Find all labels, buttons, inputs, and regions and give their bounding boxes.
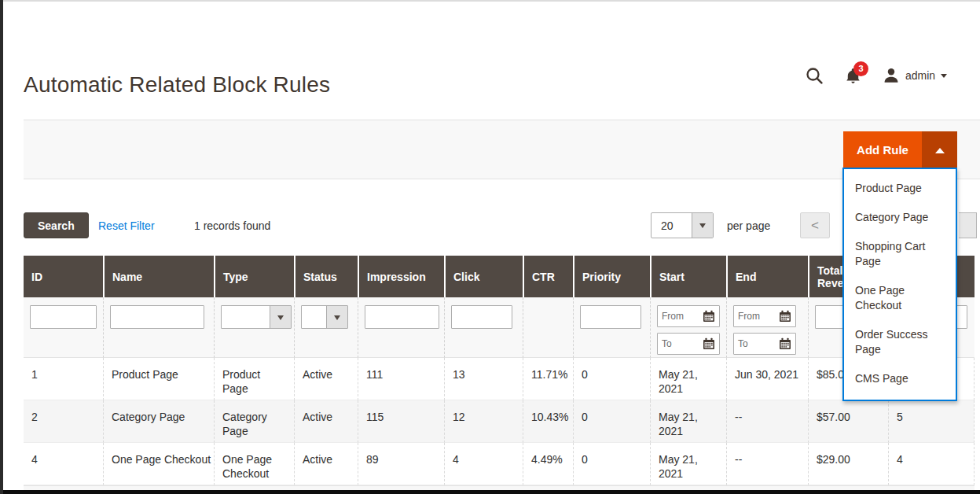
- filter-impression-input[interactable]: [365, 305, 439, 329]
- cell-type: One Page Checkout: [214, 443, 294, 485]
- cell-click: 4: [444, 443, 523, 485]
- col-header-status[interactable]: Status: [294, 256, 358, 297]
- table-row[interactable]: 4 One Page Checkout One Page Checkout Ac…: [24, 443, 974, 485]
- page-actions-toolbar: [24, 120, 980, 179]
- calendar-icon: [779, 310, 791, 323]
- filter-id-input[interactable]: [30, 305, 97, 329]
- menu-item-cms-page[interactable]: CMS Page: [844, 364, 956, 393]
- grid-header-row: ID Name Type Status Impression Click CTR…: [24, 256, 974, 297]
- cell-impression: 115: [358, 400, 444, 443]
- cell-status: Active: [294, 443, 358, 485]
- cell-impression: 111: [358, 358, 444, 400]
- header-actions: 3 admin: [805, 63, 962, 88]
- add-rule-split-button: Add Rule: [843, 131, 957, 168]
- previous-page-button[interactable]: <: [800, 212, 830, 238]
- cell-name: Category Page: [103, 400, 214, 443]
- chevron-down-icon: [699, 223, 706, 231]
- cell-start: May 21, 2021: [650, 358, 726, 400]
- chevron-up-icon: [935, 143, 945, 153]
- cell-end: --: [726, 400, 808, 443]
- cell-impression: 89: [358, 443, 444, 485]
- calendar-icon: [703, 310, 715, 323]
- cell-total-revenue: $57.00: [808, 400, 888, 443]
- col-header-priority[interactable]: Priority: [573, 256, 650, 297]
- cell-priority: 0: [573, 358, 650, 400]
- col-header-type[interactable]: Type: [214, 256, 294, 297]
- filter-click-input[interactable]: [451, 305, 512, 329]
- menu-item-one-page-checkout[interactable]: One Page Checkout: [844, 276, 956, 320]
- per-page-select[interactable]: 20: [651, 212, 714, 238]
- rules-grid: ID Name Type Status Impression Click CTR…: [24, 256, 974, 485]
- cell-status: Active: [294, 400, 358, 443]
- filter-ctr-empty: [523, 297, 573, 358]
- menu-item-product-page[interactable]: Product Page: [844, 174, 956, 203]
- page-title: Automatic Related Block Rules: [24, 72, 330, 98]
- cell-id: 2: [24, 400, 103, 443]
- cell-status: Active: [294, 358, 358, 400]
- filter-status-select[interactable]: [301, 305, 348, 329]
- grid-filter-row: From To From: [24, 297, 974, 358]
- window-top-edge: [0, 0, 980, 2]
- window-left-edge: [0, 0, 3, 494]
- next-page-button-partial[interactable]: [959, 212, 977, 238]
- cell-total-revenue: $29.00: [808, 443, 888, 485]
- cell-type: Product Page: [214, 358, 294, 400]
- col-header-impression[interactable]: Impression: [358, 256, 444, 297]
- notification-count-badge: 3: [853, 61, 868, 76]
- add-rule-dropdown-menu: Product Page Category Page Shopping Cart…: [842, 168, 957, 401]
- select-arrow-button[interactable]: [692, 213, 713, 238]
- cell-priority: 0: [573, 443, 650, 485]
- filter-start-to-datepicker[interactable]: To: [657, 333, 720, 355]
- menu-item-order-success-page[interactable]: Order Success Page: [844, 320, 956, 364]
- table-row[interactable]: 1 Product Page Product Page Active 111 1…: [24, 358, 974, 400]
- col-header-ctr[interactable]: CTR: [523, 256, 573, 297]
- table-row[interactable]: 2 Category Page Category Page Active 115…: [24, 400, 974, 443]
- notifications-bell-icon[interactable]: 3: [844, 67, 862, 85]
- window-bottom-edge: [0, 490, 980, 494]
- filter-end-to-datepicker[interactable]: To: [733, 333, 796, 355]
- add-rule-toggle-button[interactable]: [922, 131, 957, 168]
- search-button[interactable]: Search: [24, 212, 89, 238]
- user-icon: [883, 66, 900, 85]
- cell-id: 4: [24, 443, 103, 485]
- cell-priority: 0: [573, 400, 650, 443]
- cell-ctr: 10.43%: [523, 400, 573, 443]
- col-header-click[interactable]: Click: [444, 256, 523, 297]
- cell-last: 5: [888, 400, 974, 443]
- records-found-label: 1 records found: [194, 219, 270, 232]
- per-page-label: per page: [727, 219, 770, 232]
- search-icon[interactable]: [805, 66, 824, 85]
- filter-type-select[interactable]: [221, 305, 292, 329]
- cell-start: May 21, 2021: [650, 443, 726, 485]
- cell-end: Jun 30, 2021: [726, 358, 808, 400]
- filter-name-input[interactable]: [110, 305, 204, 329]
- filter-priority-input[interactable]: [580, 305, 641, 329]
- cell-last: 4: [888, 443, 974, 485]
- cell-end: --: [726, 443, 808, 485]
- menu-item-category-page[interactable]: Category Page: [844, 203, 956, 232]
- cell-name: Product Page: [103, 358, 214, 400]
- filter-end-from-datepicker[interactable]: From: [733, 305, 796, 327]
- admin-user-menu[interactable]: admin: [883, 66, 947, 85]
- cell-ctr: 4.49%: [523, 443, 573, 485]
- add-rule-button[interactable]: Add Rule: [843, 131, 922, 168]
- chevron-down-icon: [334, 315, 340, 323]
- col-header-end[interactable]: End: [726, 256, 808, 297]
- cell-name: One Page Checkout: [103, 443, 214, 485]
- calendar-icon: [779, 337, 791, 350]
- cell-click: 12: [444, 400, 523, 443]
- col-header-name[interactable]: Name: [103, 256, 214, 297]
- per-page-value: 20: [651, 213, 692, 238]
- chevron-down-icon: [941, 74, 947, 81]
- cell-ctr: 11.71%: [523, 358, 573, 400]
- col-header-start[interactable]: Start: [650, 256, 726, 297]
- menu-item-shopping-cart-page[interactable]: Shopping Cart Page: [844, 232, 956, 276]
- reset-filter-link[interactable]: Reset Filter: [98, 219, 155, 232]
- cell-type: Category Page: [214, 400, 294, 443]
- filter-start-from-datepicker[interactable]: From: [657, 305, 720, 327]
- chevron-down-icon: [277, 315, 284, 323]
- cell-click: 13: [444, 358, 523, 400]
- col-header-id[interactable]: ID: [24, 256, 103, 297]
- cell-id: 1: [24, 358, 103, 400]
- username-label: admin: [905, 69, 935, 82]
